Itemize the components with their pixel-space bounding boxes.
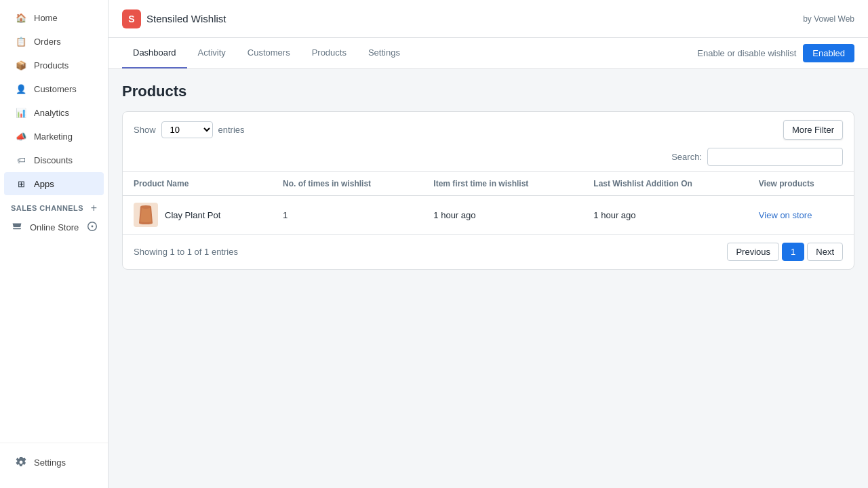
tab-activity[interactable]: Activity <box>187 38 237 68</box>
orders-icon: 📋 <box>15 35 27 47</box>
online-store-label: Online Store <box>30 222 79 232</box>
table-row: Clay Plant Pot 11 hour ago1 hour agoView… <box>123 196 854 235</box>
sidebar-nav: 🏠 Home 📋 Orders 📦 Products 👤 Customers 📊… <box>0 0 108 437</box>
add-sales-channel-button[interactable]: + <box>91 203 97 214</box>
showing-text: Showing 1 to 1 of 1 entries <box>134 247 238 257</box>
pagination-controls: Previous 1 Next <box>727 243 843 261</box>
svg-point-0 <box>92 225 94 227</box>
sidebar-label-products: Products <box>34 60 68 70</box>
last-wishlist-addition: 1 hour ago <box>583 196 747 235</box>
table-toolbar: Show 10 25 50 100 entries More Filter <box>123 112 854 148</box>
sidebar-label-apps: Apps <box>34 179 54 189</box>
entries-label: entries <box>218 125 245 135</box>
sidebar-item-apps[interactable]: ⊞ Apps <box>4 172 104 195</box>
sidebar-item-customers[interactable]: 👤 Customers <box>4 77 104 100</box>
search-input[interactable] <box>707 148 843 166</box>
store-icon <box>11 221 23 233</box>
times-in-wishlist: 1 <box>272 196 422 235</box>
sidebar-label-discounts: Discounts <box>34 155 73 165</box>
apps-icon: ⊞ <box>15 178 27 190</box>
sidebar-item-products[interactable]: 📦 Products <box>4 54 104 77</box>
sidebar-item-home[interactable]: 🏠 Home <box>4 6 104 29</box>
analytics-icon: 📊 <box>15 106 27 119</box>
products-icon: 📦 <box>15 59 27 71</box>
sidebar-label-orders: Orders <box>34 37 61 47</box>
settings-label: Settings <box>34 458 66 468</box>
home-icon: 🏠 <box>15 12 27 24</box>
enabled-button[interactable]: Enabled <box>803 44 854 62</box>
view-on-store-link[interactable]: View on store <box>759 210 812 220</box>
sidebar-bottom: Settings <box>0 443 108 488</box>
table-col-header: Item first time in wishlist <box>422 172 583 196</box>
table-card: Show 10 25 50 100 entries More Filter <box>122 111 854 270</box>
table-col-header: Last Wishlist Addition On <box>583 172 747 196</box>
page-title: Products <box>122 83 854 100</box>
settings-icon <box>15 456 27 468</box>
table-col-header: Product Name <box>123 172 272 196</box>
view-products-cell: View on store <box>748 196 854 235</box>
sidebar-label-home: Home <box>34 13 58 23</box>
by-label: by Vowel Web <box>803 14 854 24</box>
sidebar-item-orders[interactable]: 📋 Orders <box>4 30 104 53</box>
sidebar-label-customers: Customers <box>34 84 77 94</box>
app-title: Stensiled Wishlist <box>146 13 226 24</box>
more-filter-button[interactable]: More Filter <box>783 120 843 140</box>
topbar-left: S Stensiled Wishlist <box>122 9 226 28</box>
sales-channels-label: SALES CHANNELS <box>11 204 83 212</box>
app-logo: S <box>122 9 141 28</box>
product-thumbnail <box>134 203 158 227</box>
tab-products[interactable]: Products <box>301 38 357 68</box>
pagination-bar: Showing 1 to 1 of 1 entries Previous 1 N… <box>123 234 854 269</box>
sidebar-item-settings[interactable]: Settings <box>4 451 104 474</box>
nav-tabs: DashboardActivityCustomersProductsSettin… <box>108 38 868 69</box>
sidebar-label-analytics: Analytics <box>34 108 69 118</box>
toolbar-left: Show 10 25 50 100 entries <box>134 121 245 138</box>
table-col-header: No. of times in wishlist <box>272 172 422 196</box>
previous-button[interactable]: Previous <box>727 243 779 261</box>
tab-settings[interactable]: Settings <box>357 38 411 68</box>
products-table: Product NameNo. of times in wishlistItem… <box>123 172 854 234</box>
tab-dashboard[interactable]: Dashboard <box>122 38 187 68</box>
sales-channels-section: SALES CHANNELS + <box>0 196 108 216</box>
nav-tabs-right: Enable or disable wishlist Enabled <box>697 44 854 62</box>
sidebar-item-marketing[interactable]: 📣 Marketing <box>4 125 104 148</box>
sidebar-item-analytics[interactable]: 📊 Analytics <box>4 101 104 124</box>
toolbar-right: More Filter <box>783 120 843 140</box>
sidebar: 🏠 Home 📋 Orders 📦 Products 👤 Customers 📊… <box>0 0 108 488</box>
next-button[interactable]: Next <box>807 243 843 261</box>
nav-tabs-list: DashboardActivityCustomersProductsSettin… <box>122 38 411 68</box>
sidebar-item-discounts[interactable]: 🏷 Discounts <box>4 148 104 171</box>
show-entries-select[interactable]: 10 25 50 100 <box>161 121 213 138</box>
product-name-cell: Clay Plant Pot <box>123 196 272 235</box>
first-time-in-wishlist: 1 hour ago <box>422 196 583 235</box>
page-1-button[interactable]: 1 <box>782 243 804 261</box>
sidebar-label-marketing: Marketing <box>34 131 73 142</box>
discounts-icon: 🏷 <box>15 154 27 166</box>
topbar: S Stensiled Wishlist by Vowel Web <box>108 0 868 38</box>
product-name: Clay Plant Pot <box>165 210 220 220</box>
table-col-header: View products <box>748 172 854 196</box>
search-label: Search: <box>671 152 702 162</box>
marketing-icon: 📣 <box>15 130 27 142</box>
show-label: Show <box>134 125 156 135</box>
page-body: Products Show 10 25 50 100 entries <box>108 69 868 283</box>
customers-icon: 👤 <box>15 83 27 95</box>
enable-label: Enable or disable wishlist <box>697 48 796 58</box>
sidebar-item-online-store[interactable]: Online Store <box>0 216 108 238</box>
search-row: Search: <box>123 148 854 172</box>
online-store-settings-icon[interactable] <box>87 222 97 233</box>
tab-customers[interactable]: Customers <box>237 38 301 68</box>
